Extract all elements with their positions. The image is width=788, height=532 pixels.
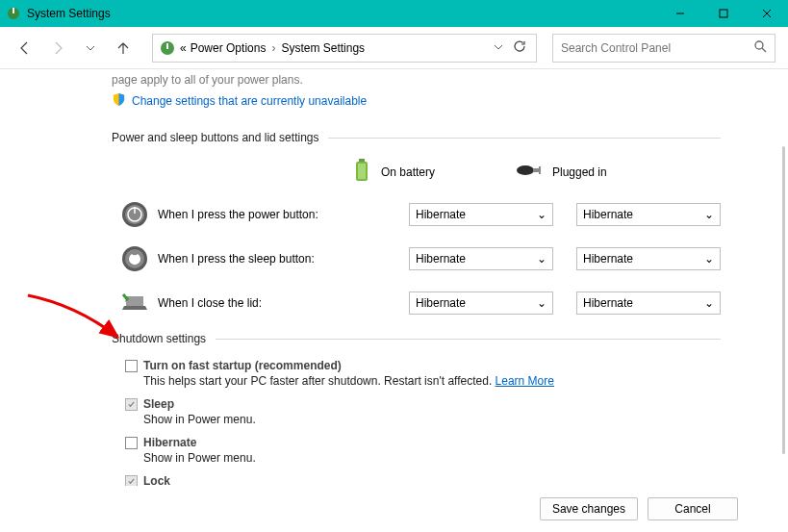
power-button-row: When I press the power button: Hibernate… [112,199,721,230]
content: page apply to all of your power plans. C… [0,69,788,486]
lock-checkbox[interactable] [125,475,138,487]
chevron-down-icon: ⌄ [537,296,547,310]
section-title: Power and sleep buttons and lid settings [112,131,318,144]
close-lid-plugged-select[interactable]: Hibernate⌄ [576,291,721,315]
lock-item: Lock Show in account picture menu. [125,474,721,486]
titlebar: System Settings [0,0,788,27]
fast-startup-checkbox[interactable] [125,360,138,372]
breadcrumb-prefix: « [180,41,187,55]
close-button[interactable] [745,0,788,27]
power-plan-icon [159,39,176,57]
cancel-button[interactable]: Cancel [648,497,738,520]
refresh-icon[interactable] [513,39,526,56]
sleep-button-plugged-select[interactable]: Hibernate⌄ [576,247,721,270]
on-battery-header: On battery [352,158,516,186]
recent-dropdown[interactable] [77,35,104,62]
plug-icon [516,162,543,182]
sleep-button-battery-select[interactable]: Hibernate⌄ [409,247,553,270]
shutdown-section-title: Shutdown settings [112,332,206,345]
chevron-down-icon[interactable] [494,41,503,55]
hibernate-checkbox[interactable] [125,437,138,449]
sleep-item: Sleep Show in Power menu. [125,397,721,426]
svg-rect-13 [533,168,541,172]
plugged-in-header: Plugged in [516,162,679,182]
close-lid-battery-select[interactable]: Hibernate⌄ [409,291,553,315]
laptop-lid-icon [119,288,150,318]
shield-icon [112,92,126,110]
section-header-shutdown: Shutdown settings [112,332,721,345]
chevron-down-icon: ⌄ [537,208,547,221]
battery-icon [352,158,371,186]
chevron-down-icon: ⌄ [704,296,714,310]
power-button-icon [119,199,150,230]
sleep-button-icon [119,243,150,274]
power-button-plugged-select[interactable]: Hibernate⌄ [576,203,721,226]
svg-rect-3 [720,10,727,17]
search-box[interactable] [552,34,775,63]
learn-more-link[interactable]: Learn More [496,374,554,388]
maximize-button[interactable] [701,0,745,27]
breadcrumb[interactable]: « Power Options › System Settings [152,34,537,63]
svg-rect-11 [358,164,366,179]
shield-link[interactable]: Change settings that are currently unava… [112,92,721,110]
sleep-button-row: When I press the sleep button: Hibernate… [112,243,721,274]
svg-rect-9 [359,159,365,162]
back-button[interactable] [12,35,38,62]
chevron-down-icon: ⌄ [704,252,714,266]
breadcrumb-item[interactable]: Power Options [191,41,267,55]
svg-point-12 [517,165,534,175]
power-button-battery-select[interactable]: Hibernate⌄ [409,203,553,226]
forward-button[interactable] [44,35,71,62]
chevron-right-icon: › [271,41,275,55]
fast-startup-item: Turn on fast startup (recommended) This … [125,359,721,388]
search-icon[interactable] [753,39,767,56]
power-options-icon [6,6,21,21]
svg-line-8 [762,48,766,52]
chevron-down-icon: ⌄ [537,252,547,266]
footer: Save changes Cancel [0,486,788,532]
navbar: « Power Options › System Settings [0,27,788,69]
scrollbar[interactable] [782,146,785,454]
close-lid-row: When I close the lid: Hibernate⌄ Hiberna… [112,288,721,318]
truncated-text: page apply to all of your power plans. [112,73,721,87]
svg-rect-14 [539,166,541,168]
hibernate-item: Hibernate Show in Power menu. [125,436,721,465]
up-button[interactable] [110,35,137,62]
svg-point-7 [755,41,763,49]
search-input[interactable] [561,41,753,55]
svg-rect-1 [13,8,14,13]
breadcrumb-item[interactable]: System Settings [281,41,365,55]
svg-rect-15 [539,172,541,174]
save-changes-button[interactable]: Save changes [540,497,638,520]
minimize-button[interactable] [658,0,701,27]
sleep-checkbox[interactable] [125,398,138,411]
window-title: System Settings [27,7,658,20]
change-settings-link[interactable]: Change settings that are currently unava… [132,94,367,108]
section-header: Power and sleep buttons and lid settings [112,131,721,144]
chevron-down-icon: ⌄ [704,208,714,221]
